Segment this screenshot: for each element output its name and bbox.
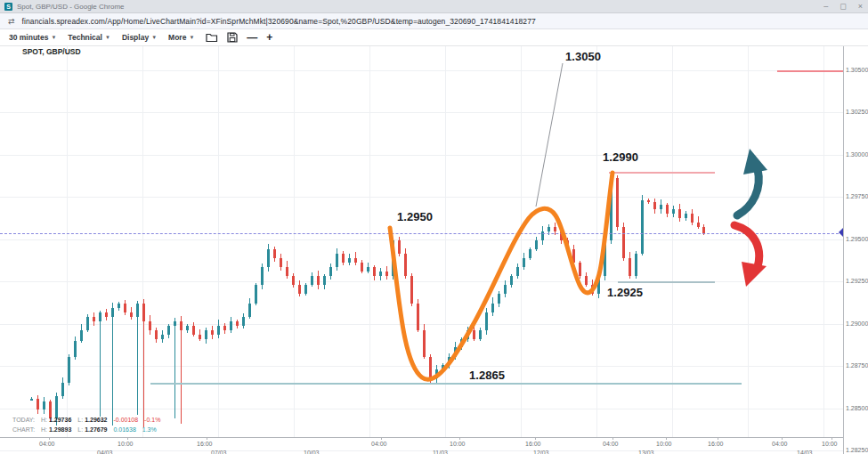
time-axis-tick (718, 437, 718, 440)
candle-body (161, 335, 164, 339)
time-axis-label: 04:00 (371, 441, 387, 447)
candle-body (336, 254, 338, 267)
v-gridline (823, 46, 824, 437)
candle-body (130, 312, 133, 317)
candle-body (379, 272, 382, 276)
close-button[interactable]: × (858, 0, 863, 13)
price-axis-label: 1.29500 (846, 236, 868, 242)
zoom-in-button[interactable]: + (266, 31, 272, 44)
candle-body (317, 276, 320, 285)
candle-body (217, 326, 220, 335)
candle-body (479, 330, 482, 339)
candle-body (529, 249, 531, 258)
candle-body (354, 258, 357, 263)
candle-body (585, 276, 588, 285)
chart-high: 1.29893 (49, 426, 71, 433)
candle-body (535, 240, 538, 249)
price-annotation: 1.2925 (607, 286, 643, 299)
candle-body (236, 321, 239, 326)
symbol-label: SPOT, GBP/USD (22, 47, 81, 56)
chart-low: 1.27679 (85, 426, 107, 433)
high-key: H: (41, 426, 47, 433)
candle-body (566, 240, 569, 249)
time-axis-tick (782, 437, 783, 440)
candle-body (653, 202, 656, 209)
candle-body (392, 240, 394, 276)
candle-body (192, 326, 195, 335)
candle-body (591, 285, 594, 294)
zoom-out-button[interactable]: — (247, 31, 257, 44)
window-titlebar: S Spot, GBP/USD - Google Chrome – ◻ × (0, 0, 868, 13)
candle-body (442, 365, 444, 369)
candle-body (304, 285, 307, 294)
technical-dropdown[interactable]: Technical ▼ (68, 33, 110, 42)
support-resistance-line (150, 383, 742, 385)
candle-body (43, 401, 45, 409)
current-price-line (0, 233, 843, 234)
interval-dropdown[interactable]: 30 minutes ▼ (9, 33, 56, 42)
price-legend: TODAY: H: 1.29736 L: 1.29632 -0.00108 -0… (12, 415, 166, 434)
candle-wick (112, 303, 113, 426)
folder-open-icon (206, 32, 218, 43)
candle-body (167, 326, 170, 335)
price-annotation: 1.2865 (469, 369, 505, 382)
technical-label: Technical (68, 33, 102, 42)
price-axis-label: 1.30500 (846, 67, 868, 73)
h-gridline (0, 239, 843, 240)
url-bar: ⇄ financials.spreadex.com/App/Home/LiveC… (0, 13, 868, 29)
maximize-button[interactable]: ◻ (840, 0, 846, 13)
candle-body (485, 312, 488, 330)
price-axis-label: 1.29250 (846, 278, 868, 284)
window-title: Spot, GBP/USD - Google Chrome (17, 3, 125, 11)
minimize-button[interactable]: – (823, 0, 828, 13)
v-gridline (369, 46, 370, 437)
time-axis-label: 16:00 (197, 441, 213, 447)
candle-body (660, 205, 662, 209)
candle-body (136, 304, 139, 317)
candle-body (30, 399, 33, 401)
candle-body (491, 304, 494, 312)
time-axis-label: 10:00 (822, 441, 838, 447)
candle-body (610, 178, 612, 240)
h-gridline (0, 409, 843, 409)
candle-body (37, 399, 39, 409)
candle-body (398, 240, 401, 254)
date-axis-label: 14/03 (797, 450, 813, 454)
low-key: L: (77, 417, 83, 423)
price-axis-label: 1.29750 (846, 193, 868, 199)
candle-body (460, 339, 463, 347)
candle-body (504, 285, 507, 294)
price-axis[interactable] (843, 46, 868, 454)
candle-wick (100, 311, 101, 417)
v-gridline (672, 46, 673, 437)
support-resistance-line (618, 281, 715, 283)
v-gridline (748, 46, 749, 437)
address-url[interactable]: financials.spreadex.com/App/Home/LiveCha… (22, 17, 536, 26)
candle-body (629, 258, 631, 276)
price-axis-label: 1.28750 (846, 362, 868, 369)
legend-label: TODAY: (12, 417, 41, 423)
price-annotation: 1.2950 (397, 210, 433, 223)
more-dropdown[interactable]: More ▼ (168, 33, 194, 42)
candle-body (385, 272, 388, 276)
time-axis-tick (381, 437, 382, 440)
display-dropdown[interactable]: Display ▼ (122, 33, 157, 42)
candle-body (186, 326, 189, 330)
date-axis-label: 04/03 (97, 450, 113, 454)
display-label: Display (122, 33, 149, 42)
candle-body (223, 326, 226, 330)
candle-body (597, 276, 600, 294)
candle-body (454, 347, 457, 357)
candle-body (429, 357, 432, 378)
time-axis-tick (49, 437, 50, 440)
save-chart-button[interactable] (227, 32, 238, 43)
candle-body (367, 267, 369, 272)
candle-body (702, 227, 705, 233)
tab-switch-icon[interactable]: ⇄ (8, 17, 15, 26)
annotation-pointer-line (536, 63, 563, 207)
candle-body (647, 200, 650, 202)
down-trend-arrow (734, 225, 767, 287)
h-gridline (0, 70, 843, 71)
candle-body (292, 276, 295, 285)
open-chart-button[interactable] (206, 32, 218, 43)
